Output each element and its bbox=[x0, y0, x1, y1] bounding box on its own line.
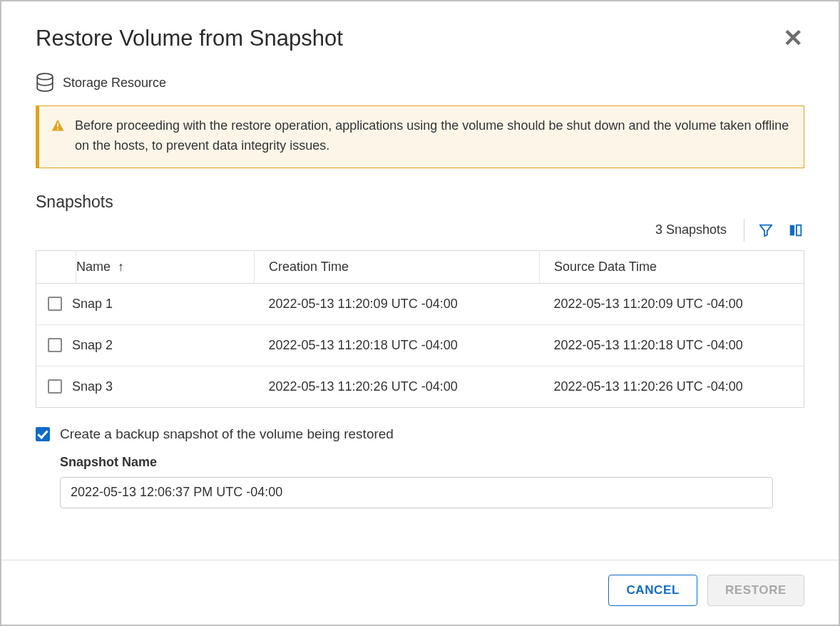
warning-text: Before proceeding with the restore opera… bbox=[75, 116, 791, 156]
column-header-name[interactable]: Name ↑ bbox=[76, 250, 255, 283]
snapshot-name: Snap 2 bbox=[72, 338, 113, 353]
snapshot-count: 3 Snapshots bbox=[655, 222, 731, 237]
column-header-source[interactable]: Source Data Time bbox=[540, 250, 804, 283]
storage-resource-row: Storage Resource bbox=[36, 73, 804, 93]
toolbar-separator bbox=[744, 219, 744, 242]
dialog-title: Restore Volume from Snapshot bbox=[36, 26, 343, 51]
snapshot-name-input[interactable] bbox=[60, 477, 773, 508]
snapshot-source: 2022-05-13 11:20:26 UTC -04:00 bbox=[540, 366, 804, 407]
create-backup-checkbox[interactable] bbox=[36, 427, 50, 441]
row-checkbox[interactable] bbox=[48, 297, 62, 311]
filter-icon[interactable] bbox=[757, 222, 774, 239]
dialog-header: Restore Volume from Snapshot ✕ bbox=[36, 26, 804, 51]
create-backup-label: Create a backup snapshot of the volume b… bbox=[60, 426, 394, 442]
snapshots-section-title: Snapshots bbox=[36, 193, 804, 212]
snapshot-creation: 2022-05-13 11:20:09 UTC -04:00 bbox=[255, 283, 540, 324]
snapshot-creation: 2022-05-13 11:20:18 UTC -04:00 bbox=[255, 324, 540, 366]
snapshot-creation: 2022-05-13 11:20:26 UTC -04:00 bbox=[255, 366, 540, 407]
column-header-checkbox bbox=[36, 250, 76, 283]
snapshots-toolbar: 3 Snapshots bbox=[36, 219, 804, 242]
table-row[interactable]: Snap 1 2022-05-13 11:20:09 UTC -04:00 20… bbox=[36, 283, 804, 324]
column-label-name: Name bbox=[76, 260, 111, 274]
svg-point-0 bbox=[37, 73, 53, 80]
database-icon bbox=[36, 73, 54, 93]
sort-ascending-icon: ↑ bbox=[118, 260, 124, 274]
dialog-body: Restore Volume from Snapshot ✕ Storage R… bbox=[1, 1, 839, 560]
warning-alert: Before proceeding with the restore opera… bbox=[36, 106, 804, 168]
columns-icon[interactable] bbox=[787, 222, 804, 239]
snapshot-name: Snap 1 bbox=[72, 297, 113, 312]
column-header-creation[interactable]: Creation Time bbox=[255, 250, 540, 283]
row-checkbox[interactable] bbox=[48, 379, 62, 394]
row-checkbox[interactable] bbox=[48, 338, 62, 352]
snapshot-name-label: Snapshot Name bbox=[60, 455, 804, 470]
create-backup-row: Create a backup snapshot of the volume b… bbox=[36, 426, 804, 442]
table-row[interactable]: Snap 3 2022-05-13 11:20:26 UTC -04:00 20… bbox=[36, 366, 804, 407]
snapshots-table: Name ↑ Creation Time Source Data Time Sn… bbox=[36, 250, 804, 408]
storage-resource-label: Storage Resource bbox=[63, 76, 166, 91]
svg-rect-2 bbox=[57, 128, 58, 130]
svg-rect-3 bbox=[790, 225, 794, 235]
dialog-footer: CANCEL RESTORE bbox=[1, 560, 839, 625]
svg-rect-1 bbox=[57, 123, 58, 128]
restore-button[interactable]: RESTORE bbox=[707, 575, 804, 606]
table-row[interactable]: Snap 2 2022-05-13 11:20:18 UTC -04:00 20… bbox=[36, 324, 804, 366]
snapshot-name-block: Snapshot Name bbox=[60, 455, 804, 508]
table-header-row: Name ↑ Creation Time Source Data Time bbox=[36, 250, 804, 283]
restore-volume-dialog: Restore Volume from Snapshot ✕ Storage R… bbox=[0, 0, 840, 626]
snapshot-source: 2022-05-13 11:20:09 UTC -04:00 bbox=[540, 283, 804, 324]
close-icon[interactable]: ✕ bbox=[782, 26, 804, 50]
svg-rect-4 bbox=[797, 225, 801, 235]
warning-icon bbox=[51, 118, 65, 133]
cancel-button[interactable]: CANCEL bbox=[608, 575, 697, 606]
snapshot-name: Snap 3 bbox=[72, 379, 113, 394]
snapshot-source: 2022-05-13 11:20:18 UTC -04:00 bbox=[540, 324, 804, 366]
